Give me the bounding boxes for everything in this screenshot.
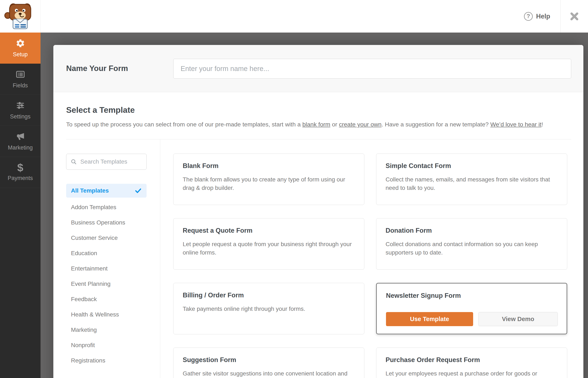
sidebar-item-label: Settings xyxy=(10,113,31,120)
template-title: Billing / Order Form xyxy=(183,292,355,299)
category-feedback[interactable]: Feedback xyxy=(66,292,147,307)
search-templates-input[interactable] xyxy=(80,158,142,165)
setup-panel: Name Your Form Select a Template To spee… xyxy=(53,45,583,378)
intro-text: or xyxy=(330,121,339,128)
sliders-icon xyxy=(15,101,25,110)
category-nonprofit[interactable]: Nonprofit xyxy=(66,338,147,353)
category-label: Customer Service xyxy=(71,235,118,241)
category-business-operations[interactable]: Business Operations xyxy=(66,215,147,230)
template-card-simple-contact-form[interactable]: Simple Contact Form Collect the names, e… xyxy=(376,153,567,205)
vertical-divider xyxy=(160,139,160,378)
template-search xyxy=(66,154,147,170)
template-description: Collect the names, emails, and messages … xyxy=(386,175,558,192)
wpforms-logo xyxy=(0,0,40,33)
category-addon-templates[interactable]: Addon Templates xyxy=(66,200,147,215)
sidebar-item-label: Marketing xyxy=(8,145,33,151)
template-card-actions: Use Template View Demo xyxy=(386,312,558,326)
select-template-intro: To speed up the process you can select f… xyxy=(66,121,543,128)
template-description: Collect donations and contact informatio… xyxy=(386,240,558,257)
search-icon xyxy=(71,158,77,165)
category-education[interactable]: Education xyxy=(66,245,147,261)
sidebar-item-marketing[interactable]: Marketing xyxy=(0,126,40,157)
builder-sidebar: Setup Fields Settings xyxy=(0,33,40,378)
template-card-suggestion-form[interactable]: Suggestion Form Gather site visitor sugg… xyxy=(173,348,364,378)
wpforms-bear-icon xyxy=(4,2,36,31)
category-label: Education xyxy=(71,250,97,256)
template-card-request-a-quote-form[interactable]: Request a Quote Form Let people request … xyxy=(173,218,364,270)
template-title: Purchase Order Request Form xyxy=(386,356,558,364)
name-your-form-title: Name Your Form xyxy=(66,64,128,73)
sidebar-item-label: Setup xyxy=(13,51,28,58)
sidebar-item-label: Payments xyxy=(8,175,33,181)
help-label: Help xyxy=(536,13,550,20)
template-card-billing-order-form[interactable]: Billing / Order Form Take payments onlin… xyxy=(173,283,364,334)
template-title: Newsletter Signup Form xyxy=(386,292,557,299)
template-title: Simple Contact Form xyxy=(386,162,558,170)
category-marketing[interactable]: Marketing xyxy=(66,322,147,338)
template-title: Request a Quote Form xyxy=(183,227,355,234)
category-health-wellness[interactable]: Health & Wellness xyxy=(66,307,147,322)
category-label: Registrations xyxy=(71,357,105,364)
template-card-blank-form[interactable]: Blank Form The blank form allows you to … xyxy=(173,153,364,205)
form-fields-icon xyxy=(15,69,25,79)
use-template-button[interactable]: Use Template xyxy=(386,312,473,326)
category-customer-service[interactable]: Customer Service xyxy=(66,230,147,245)
template-title: Donation Form xyxy=(386,227,558,234)
category-label: All Templates xyxy=(71,187,109,194)
template-description: Let your employees request a purchase or… xyxy=(386,369,558,378)
template-title: Blank Form xyxy=(183,162,355,170)
horizontal-divider xyxy=(66,139,571,139)
create-your-own-link[interactable]: create your own xyxy=(339,121,382,128)
category-event-planning[interactable]: Event Planning xyxy=(66,276,147,292)
megaphone-icon xyxy=(15,132,25,141)
top-header: ? Help xyxy=(0,0,588,33)
view-demo-button[interactable]: View Demo xyxy=(478,312,558,326)
category-label: Event Planning xyxy=(71,281,110,287)
category-registrations[interactable]: Registrations xyxy=(66,353,147,368)
template-description: Gather site visitor suggestions into one… xyxy=(183,369,355,378)
template-description: Take payments online right through your … xyxy=(183,305,355,313)
form-name-input[interactable] xyxy=(173,59,571,79)
sidebar-item-setup[interactable]: Setup xyxy=(0,33,40,64)
help-icon: ? xyxy=(524,12,533,21)
category-all-templates[interactable]: All Templates xyxy=(66,184,147,198)
category-label: Health & Wellness xyxy=(71,311,119,318)
template-description: Let people request a quote from your bus… xyxy=(183,240,355,257)
blank-form-link[interactable]: blank form xyxy=(302,121,330,128)
category-label: Addon Templates xyxy=(71,204,116,211)
template-title: Suggestion Form xyxy=(183,356,355,364)
template-card-donation-form[interactable]: Donation Form Collect donations and cont… xyxy=(376,218,567,270)
sidebar-item-payments[interactable]: $ Payments xyxy=(0,157,40,188)
category-label: Entertainment xyxy=(71,265,107,272)
template-description: The blank form allows you to create any … xyxy=(183,175,355,192)
dollar-icon: $ xyxy=(17,163,23,172)
category-label: Feedback xyxy=(71,296,97,303)
suggest-template-link[interactable]: We’d love to hear it xyxy=(490,121,541,128)
intro-text: ! xyxy=(541,121,543,128)
name-your-form-section: Name Your Form xyxy=(53,45,583,92)
sidebar-item-fields[interactable]: Fields xyxy=(0,64,40,95)
template-categories: All Templates Addon Templates Business O… xyxy=(66,184,147,368)
intro-text: To speed up the process you can select f… xyxy=(66,121,302,128)
check-icon xyxy=(135,187,142,194)
select-template-title: Select a Template xyxy=(66,105,135,115)
help-button[interactable]: ? Help xyxy=(524,0,550,33)
template-card-newsletter-signup-form[interactable]: Newsletter Signup Form Use Template View… xyxy=(376,283,567,334)
template-grid: Blank Form The blank form allows you to … xyxy=(173,153,567,378)
category-label: Marketing xyxy=(71,326,97,333)
category-label: Business Operations xyxy=(71,219,125,226)
close-button[interactable] xyxy=(560,0,588,33)
template-card-purchase-order-request-form[interactable]: Purchase Order Request Form Let your emp… xyxy=(376,348,567,378)
category-entertainment[interactable]: Entertainment xyxy=(66,261,147,276)
category-label: Nonprofit xyxy=(71,342,95,349)
sidebar-item-settings[interactable]: Settings xyxy=(0,95,40,126)
gear-icon xyxy=(15,39,25,48)
intro-text: . Have a suggestion for a new template? xyxy=(382,121,490,128)
sidebar-item-label: Fields xyxy=(13,82,28,89)
close-icon xyxy=(570,12,579,21)
